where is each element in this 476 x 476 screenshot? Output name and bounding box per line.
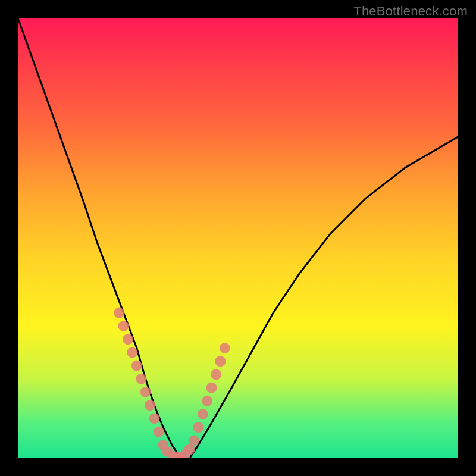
svg-point-7 [145,400,155,411]
svg-point-4 [131,361,142,371]
svg-point-9 [154,427,164,437]
svg-point-3 [127,347,137,358]
svg-point-19 [198,409,208,419]
svg-point-8 [149,413,159,424]
svg-point-6 [140,387,151,397]
highlight-dots [114,308,230,458]
svg-point-20 [202,396,212,406]
svg-point-22 [211,369,221,380]
plot-area [18,18,458,458]
svg-point-0 [114,308,124,318]
svg-point-18 [193,422,203,433]
svg-point-17 [189,435,199,446]
svg-point-24 [220,343,230,353]
svg-point-23 [215,356,226,367]
chart-svg [18,18,458,458]
svg-point-2 [123,334,133,345]
watermark-text: TheBottleneck.com [353,4,468,19]
svg-point-5 [136,374,146,384]
svg-point-1 [118,321,129,331]
chart-frame: TheBottleneck.com [0,0,476,476]
bottleneck-curve [18,18,458,458]
svg-point-21 [206,383,217,393]
